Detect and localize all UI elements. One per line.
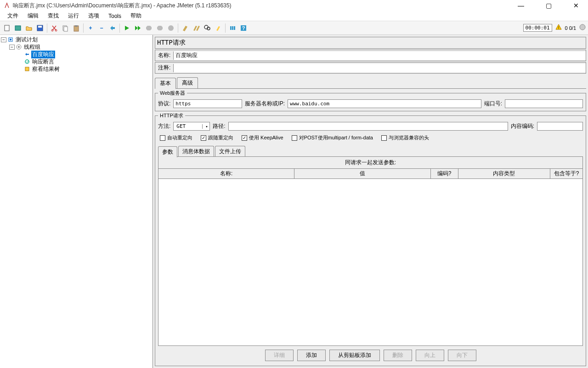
detail-button[interactable]: 详细 [265,350,294,361]
open-icon[interactable] [24,23,34,33]
tree-threadgroup[interactable]: 线程组 [23,43,41,51]
port-input[interactable] [505,99,583,108]
templates-icon[interactable] [13,23,23,33]
col-include: 包含等于? [550,169,582,178]
down-button[interactable]: 向下 [448,350,476,361]
svg-rect-15 [234,26,235,30]
svg-rect-14 [232,26,233,30]
content-panel: HTTP请求 名称: 注释: 基本 高级 Web服务器 协议: 服务器名称或IP… [153,35,588,368]
status-icon [579,23,586,32]
add-button[interactable]: 添加 [297,350,326,361]
clear-all-icon[interactable] [191,23,201,33]
panel-title: HTTP请求 [155,37,586,49]
clear-icon[interactable] [180,23,190,33]
tree-view-results[interactable]: 察看结果树 [31,65,61,73]
keepalive-checkbox[interactable]: ✓使用 KeepAlive [242,134,283,141]
up-button[interactable]: 向上 [416,350,444,361]
help-icon[interactable]: ? [238,23,249,33]
copy-icon[interactable] [60,23,70,33]
tree-toggle[interactable]: − [9,45,15,50]
svg-rect-9 [75,25,78,27]
timer-display: 00:00:01 [523,24,552,32]
multipart-checkbox[interactable]: 对POST使用multipart / form-data [292,134,373,141]
search-icon[interactable] [202,23,212,33]
menu-edit[interactable]: 编辑 [23,11,43,21]
protocol-label: 协议: [158,100,170,108]
testplan-icon [7,36,14,43]
tree-http-request[interactable]: 百度响应 [31,51,55,58]
encoding-label: 内容编码: [511,122,534,130]
new-icon[interactable] [2,23,12,33]
col-content-type: 内容类型 [458,169,551,178]
menu-run[interactable]: 运行 [63,11,84,21]
tree-toggle[interactable]: − [1,37,6,42]
comment-input[interactable] [173,64,586,72]
paste-icon[interactable] [71,23,81,33]
server-input[interactable] [288,99,481,108]
menu-options[interactable]: 选项 [84,11,104,21]
threadgroup-icon [16,44,22,50]
tab-advanced[interactable]: 高级 [177,77,198,88]
subtab-params[interactable]: 参数 [158,146,177,157]
svg-rect-0 [5,25,9,31]
svg-rect-13 [230,26,232,30]
shutdown-icon[interactable] [155,23,165,33]
path-input[interactable] [228,122,508,131]
svg-point-10 [168,25,174,31]
tree-assertion[interactable]: 响应断言 [31,58,55,66]
name-input[interactable] [173,52,586,60]
method-combo[interactable]: GET ▾ [173,122,210,131]
minimize-button[interactable]: ― [513,2,529,9]
web-server-fieldset: Web服务器 协议: 服务器名称或IP: 端口号: [155,90,586,111]
maximize-button[interactable]: ▢ [540,2,557,9]
menu-file[interactable]: 文件 [3,11,23,21]
web-server-legend: Web服务器 [158,90,187,97]
method-value: GET [174,123,202,129]
auto-redirect-checkbox[interactable]: 自动重定向 [160,134,192,141]
view-results-icon [24,66,30,72]
toolbar: + − ? 00:00:01 ! 0 0/1 [0,21,588,35]
cut-icon[interactable] [49,23,59,33]
stop-icon[interactable] [144,23,154,33]
svg-point-24 [25,60,29,63]
svg-rect-1 [15,26,21,30]
tree-testplan[interactable]: 测试计划 [15,36,39,44]
run-icon[interactable] [122,23,132,33]
menu-help[interactable]: 帮助 [126,11,146,21]
from-clipboard-button[interactable]: 从剪贴板添加 [329,350,380,361]
menubar: 文件 编辑 查找 运行 选项 Tools 帮助 [0,11,588,21]
toggle-icon[interactable] [107,23,118,33]
expand-icon[interactable]: + [85,23,96,33]
svg-text:!: ! [558,25,559,30]
protocol-input[interactable] [173,99,242,108]
col-encode: 编码? [431,169,458,178]
svg-rect-7 [64,27,68,31]
encoding-input[interactable] [537,122,583,131]
svg-point-23 [18,46,20,48]
subtab-upload[interactable]: 文件上传 [215,146,245,157]
warning-icon: ! [555,23,562,32]
stop-remote-icon[interactable] [166,23,176,33]
function-helper-icon[interactable] [227,23,237,33]
reset-search-icon[interactable] [213,23,223,33]
menu-tools[interactable]: Tools [104,12,126,20]
tab-basic[interactable]: 基本 [155,78,176,89]
window-title: 响应断言.jmx (C:\Users\Admin\Documents\响应断言.… [13,2,513,10]
collapse-icon[interactable]: − [96,23,107,33]
run-no-pause-icon[interactable] [133,23,143,33]
browser-compat-checkbox[interactable]: 与浏览器兼容的头 [381,134,429,141]
close-button[interactable]: ✕ [568,2,584,9]
save-icon[interactable] [35,23,45,33]
delete-button[interactable]: 删除 [384,350,412,361]
svg-rect-25 [25,67,29,71]
subtab-body[interactable]: 消息体数据 [178,146,214,157]
menu-search[interactable]: 查找 [43,11,63,21]
path-label: 路径: [213,122,225,130]
col-name: 名称: [158,169,294,178]
tree-panel: − 测试计划 − 线程组 百度响应 响应断言 察看结果树 [0,35,153,368]
params-table[interactable]: 名称: 值 编码? 内容类型 包含等于? [158,168,582,345]
app-icon [4,2,10,9]
follow-redirect-checkbox[interactable]: ✓跟随重定向 [201,134,233,141]
params-title: 同请求一起发送参数: [158,157,582,168]
http-request-fieldset: HTTP请求 方法: GET ▾ 路径: 内容编码: 自动重定向 ✓跟随重定向 … [155,112,586,366]
